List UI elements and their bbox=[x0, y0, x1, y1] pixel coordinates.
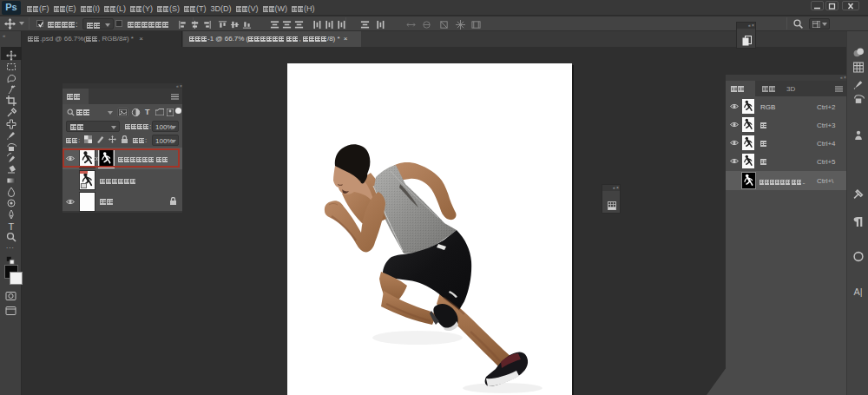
svg-text:A|: A| bbox=[854, 286, 863, 297]
